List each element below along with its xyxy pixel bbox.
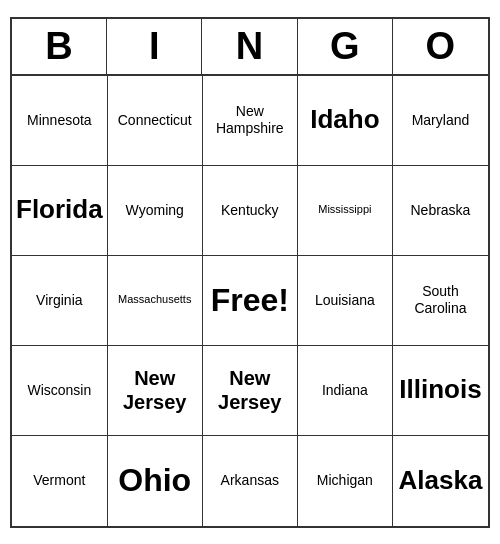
header-letter: O <box>393 19 488 74</box>
bingo-header: BINGO <box>12 19 488 76</box>
bingo-cell: New Jersey <box>108 346 203 436</box>
bingo-cell: Wisconsin <box>12 346 108 436</box>
bingo-cell: Vermont <box>12 436 108 526</box>
bingo-grid: MinnesotaConnecticutNew HampshireIdahoMa… <box>12 76 488 526</box>
header-letter: G <box>298 19 393 74</box>
bingo-cell: Maryland <box>393 76 488 166</box>
bingo-cell: Indiana <box>298 346 393 436</box>
bingo-cell: Connecticut <box>108 76 203 166</box>
bingo-cell: Illinois <box>393 346 488 436</box>
bingo-cell: Nebraska <box>393 166 488 256</box>
bingo-cell: New Hampshire <box>203 76 298 166</box>
bingo-cell: New Jersey <box>203 346 298 436</box>
bingo-cell: Massachusetts <box>108 256 203 346</box>
bingo-cell: Idaho <box>298 76 393 166</box>
bingo-cell: Free! <box>203 256 298 346</box>
bingo-cell: Virginia <box>12 256 108 346</box>
bingo-cell: Alaska <box>393 436 488 526</box>
bingo-cell: Wyoming <box>108 166 203 256</box>
bingo-cell: Ohio <box>108 436 203 526</box>
header-letter: I <box>107 19 202 74</box>
bingo-cell: Mississippi <box>298 166 393 256</box>
bingo-cell: Kentucky <box>203 166 298 256</box>
bingo-cell: Florida <box>12 166 108 256</box>
header-letter: B <box>12 19 107 74</box>
bingo-cell: Arkansas <box>203 436 298 526</box>
header-letter: N <box>202 19 297 74</box>
bingo-cell: Louisiana <box>298 256 393 346</box>
bingo-cell: Minnesota <box>12 76 108 166</box>
bingo-cell: South Carolina <box>393 256 488 346</box>
bingo-card: BINGO MinnesotaConnecticutNew HampshireI… <box>10 17 490 528</box>
bingo-cell: Michigan <box>298 436 393 526</box>
